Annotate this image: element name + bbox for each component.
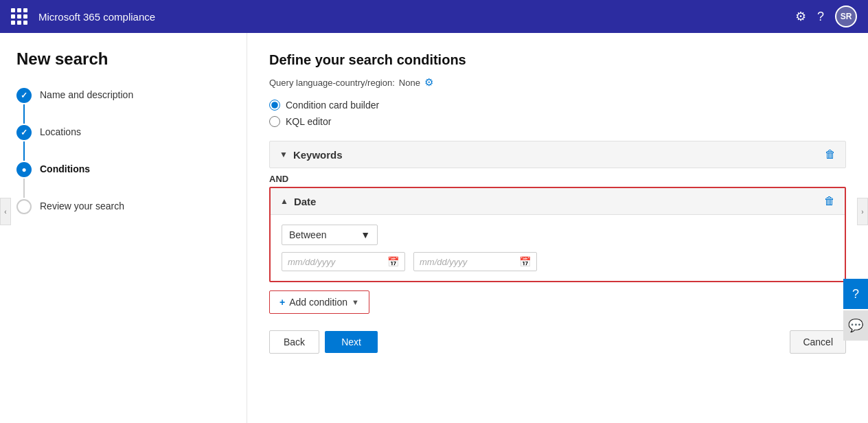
- date-input-1-placeholder: mm/dd/yyyy: [288, 257, 383, 267]
- left-panel: New search ✓ Name and description ✓ Loca…: [0, 33, 247, 423]
- step-circle-name: ✓: [16, 88, 32, 103]
- step-circle-review: [16, 199, 32, 214]
- operator-select[interactable]: Between ▼: [282, 225, 378, 245]
- date-input-2[interactable]: mm/dd/yyyy 📅: [413, 252, 537, 271]
- step-line-locations: [23, 141, 25, 161]
- app-grid-button[interactable]: [11, 8, 30, 25]
- right-collapse-arrow[interactable]: ›: [857, 198, 868, 225]
- topbar-actions: ⚙ ? SR: [795, 5, 857, 27]
- date-delete-button[interactable]: 🗑: [824, 195, 835, 207]
- topbar: Microsoft 365 compliance ⚙ ? SR: [0, 0, 868, 33]
- date-body: Between ▼ mm/dd/yyyy 📅 mm/dd/yyyy 📅: [271, 215, 845, 281]
- help-icon[interactable]: ?: [817, 10, 824, 24]
- chat-help-button[interactable]: ?: [843, 279, 868, 309]
- step-review: Review your search: [16, 199, 230, 214]
- date-input-2-placeholder: mm/dd/yyyy: [420, 257, 515, 267]
- calendar-icon-2[interactable]: 📅: [519, 256, 531, 267]
- step-label-conditions: Conditions: [40, 162, 90, 174]
- date-input-1[interactable]: mm/dd/yyyy 📅: [282, 252, 405, 271]
- editor-mode-group: Condition card builder KQL editor: [269, 100, 846, 127]
- query-lang-row: Query language-country/region: None ⚙: [269, 76, 846, 89]
- left-collapse-arrow[interactable]: ‹: [0, 198, 11, 225]
- add-condition-button[interactable]: + Add condition ▼: [269, 290, 369, 314]
- radio-condition-card[interactable]: Condition card builder: [269, 100, 846, 111]
- radio-condition-card-label: Condition card builder: [286, 100, 379, 111]
- step-label-name: Name and description: [40, 88, 133, 100]
- keywords-delete-button[interactable]: 🗑: [825, 148, 836, 161]
- right-content: Define your search conditions Query lang…: [247, 33, 868, 423]
- keywords-card-header: ▼ Keywords 🗑: [270, 141, 845, 168]
- next-button[interactable]: Next: [325, 331, 378, 353]
- date-chevron-icon[interactable]: ▲: [280, 196, 288, 206]
- radio-kql-editor-label: KQL editor: [286, 116, 331, 127]
- date-card-header: ▲ Date 🗑: [271, 188, 845, 215]
- steps-list: ✓ Name and description ✓ Locations ●: [16, 88, 230, 214]
- keywords-header-left: ▼ Keywords: [279, 149, 343, 161]
- step-line-conditions: [23, 179, 25, 198]
- date-title: Date: [294, 196, 317, 207]
- keywords-title: Keywords: [293, 149, 343, 161]
- right-tool-panel: ? 💬: [843, 279, 868, 341]
- step-circle-locations: ✓: [16, 125, 32, 140]
- operator-value: Between: [289, 229, 326, 240]
- add-condition-plus-icon: +: [279, 297, 285, 308]
- step-locations: ✓ Locations: [16, 125, 230, 162]
- and-label: AND: [269, 174, 846, 184]
- step-label-locations: Locations: [40, 125, 81, 137]
- page-title: New search: [16, 49, 230, 69]
- main-layout: New search ✓ Name and description ✓ Loca…: [0, 33, 868, 423]
- query-lang-label: Query language-country/region:: [269, 78, 395, 88]
- back-button[interactable]: Back: [269, 330, 319, 354]
- step-label-review: Review your search: [40, 199, 124, 212]
- section-title: Define your search conditions: [269, 52, 846, 68]
- step-circle-conditions: ●: [16, 162, 32, 177]
- step-name: ✓ Name and description: [16, 88, 230, 125]
- settings-icon[interactable]: ⚙: [795, 9, 806, 24]
- add-condition-dropdown-icon: ▼: [352, 298, 359, 306]
- step-line-name: [23, 104, 25, 124]
- date-inputs-row: mm/dd/yyyy 📅 mm/dd/yyyy 📅: [282, 252, 834, 271]
- cancel-button[interactable]: Cancel: [790, 330, 846, 354]
- app-title: Microsoft 365 compliance: [38, 11, 787, 23]
- keywords-chevron-icon[interactable]: ▼: [279, 150, 288, 159]
- radio-kql-editor[interactable]: KQL editor: [269, 116, 846, 127]
- query-lang-value: None: [399, 78, 420, 88]
- avatar[interactable]: SR: [835, 5, 857, 27]
- date-card: ▲ Date 🗑 Between ▼ mm/dd/yyyy 📅 mm/dd/yy…: [269, 187, 846, 282]
- feedback-button[interactable]: 💬: [843, 310, 868, 341]
- keywords-card: ▼ Keywords 🗑: [269, 141, 846, 168]
- date-header-left: ▲ Date: [280, 196, 316, 207]
- radio-condition-card-input[interactable]: [269, 100, 280, 111]
- query-lang-settings-icon[interactable]: ⚙: [424, 76, 433, 89]
- radio-kql-editor-input[interactable]: [269, 116, 280, 127]
- step-conditions: ● Conditions: [16, 162, 230, 199]
- bottom-bar: Back Next Cancel: [269, 330, 846, 354]
- calendar-icon-1[interactable]: 📅: [387, 256, 399, 267]
- operator-dropdown-icon: ▼: [361, 229, 370, 240]
- add-condition-label: Add condition: [289, 297, 347, 308]
